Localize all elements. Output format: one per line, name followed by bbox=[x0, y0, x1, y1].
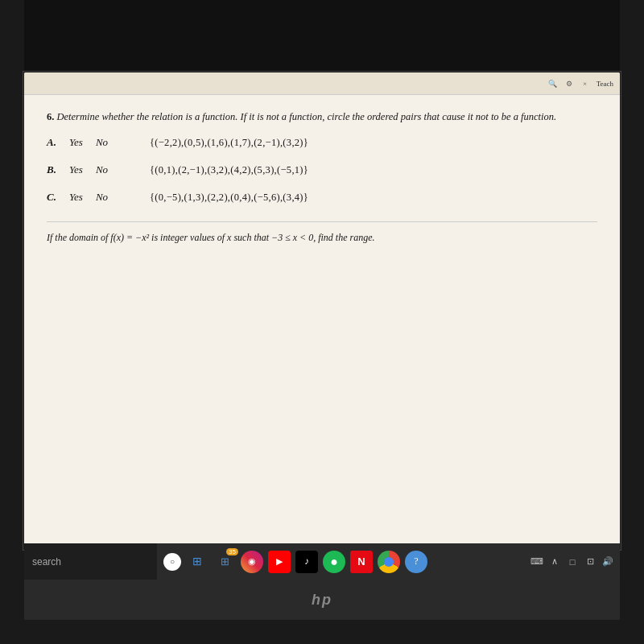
question6-text: Determine whether the relation is a func… bbox=[57, 111, 557, 122]
set-b: {(0,1),(2,−1),(3,2),(4,2),(5,3),(−5,1)} bbox=[150, 164, 308, 176]
unknown-app-icon[interactable]: ? bbox=[405, 551, 427, 573]
power-small-icon: × bbox=[579, 77, 592, 90]
answer-row-b: B. Yes No {(0,1),(2,−1),(3,2),(4,2),(5,3… bbox=[47, 163, 597, 176]
bottom-question-text: If the domain of f(x) = −x² is integer v… bbox=[47, 232, 375, 243]
letter-a: A. bbox=[47, 136, 69, 149]
yes-no-c: Yes No bbox=[69, 191, 134, 204]
spotify-icon[interactable]: ● bbox=[323, 551, 345, 573]
screen-topbar: 🔍 ⚙ × Teach bbox=[24, 72, 620, 95]
no-label-b: No bbox=[96, 163, 108, 176]
chevron-up-icon[interactable]: ∧ bbox=[547, 555, 562, 569]
bezel-bottom bbox=[0, 620, 644, 644]
dark-top-bezel bbox=[24, 0, 620, 72]
yes-no-b: Yes No bbox=[69, 163, 134, 176]
start-button[interactable]: ○ bbox=[163, 553, 181, 571]
question-number: 6. bbox=[47, 111, 54, 122]
notification-badge: 35 bbox=[226, 548, 238, 555]
question6-header: 6. Determine whether the relation is a f… bbox=[47, 109, 597, 125]
no-label-c: No bbox=[96, 191, 108, 204]
topbar-app-label: Teach bbox=[597, 80, 613, 88]
worksheet-area: 6. Determine whether the relation is a f… bbox=[24, 95, 620, 547]
instagram-icon[interactable]: ◉ bbox=[241, 551, 263, 573]
set-c: {(0,−5),(1,3),(2,2),(0,4),(−5,6),(3,4)} bbox=[150, 192, 308, 204]
letter-b: B. bbox=[47, 163, 69, 176]
hp-logo-area: hp bbox=[24, 580, 620, 620]
yes-no-a: Yes No bbox=[69, 136, 134, 149]
chrome-icon[interactable] bbox=[378, 551, 400, 573]
bezel-left bbox=[0, 0, 24, 644]
taskbar-icon-area: ○ ⊞ ⊞ 35 ◉ ▶ ♪ ● N ? bbox=[157, 551, 427, 573]
task-view-button[interactable]: ⊞ bbox=[186, 551, 208, 573]
store-button[interactable]: ⊞ 35 bbox=[213, 551, 236, 573]
display-icon: □ bbox=[565, 555, 580, 569]
netflix-icon[interactable]: N bbox=[350, 551, 373, 573]
taskbar-search-area[interactable]: search bbox=[24, 543, 157, 580]
bezel-right bbox=[620, 0, 644, 644]
volume-icon[interactable]: 🔊 bbox=[601, 555, 615, 569]
hp-logo: hp bbox=[312, 592, 332, 609]
screen-content: 🔍 ⚙ × Teach 6. Determine whether the rel… bbox=[24, 72, 620, 547]
letter-c: C. bbox=[47, 191, 69, 204]
youtube-icon[interactable]: ▶ bbox=[268, 551, 291, 573]
yes-label-a: Yes bbox=[69, 136, 83, 149]
search-label: search bbox=[32, 556, 61, 568]
set-a: {(−2,2),(0,5),(1,6),(1,7),(2,−1),(3,2)} bbox=[150, 137, 308, 149]
yes-label-c: Yes bbox=[69, 191, 83, 204]
system-tray: ⌨ ∧ □ ⊡ 🔊 bbox=[530, 555, 620, 569]
settings-small-icon: ⚙ bbox=[563, 77, 576, 90]
bottom-question: If the domain of f(x) = −x² is integer v… bbox=[47, 221, 597, 244]
network-icon: ⊡ bbox=[583, 555, 597, 569]
answer-row-a: A. Yes No {(−2,2),(0,5),(1,6),(1,7),(2,−… bbox=[47, 136, 597, 149]
keyboard-icon: ⌨ bbox=[530, 555, 544, 569]
yes-label-b: Yes bbox=[69, 163, 83, 176]
search-small-icon: 🔍 bbox=[547, 77, 559, 90]
no-label-a: No bbox=[96, 136, 108, 149]
answer-row-c: C. Yes No {(0,−5),(1,3),(2,2),(0,4),(−5,… bbox=[47, 191, 597, 204]
taskbar: search ○ ⊞ ⊞ 35 ◉ ▶ ♪ ● N ? bbox=[24, 543, 620, 580]
tiktok-icon[interactable]: ♪ bbox=[295, 551, 318, 573]
